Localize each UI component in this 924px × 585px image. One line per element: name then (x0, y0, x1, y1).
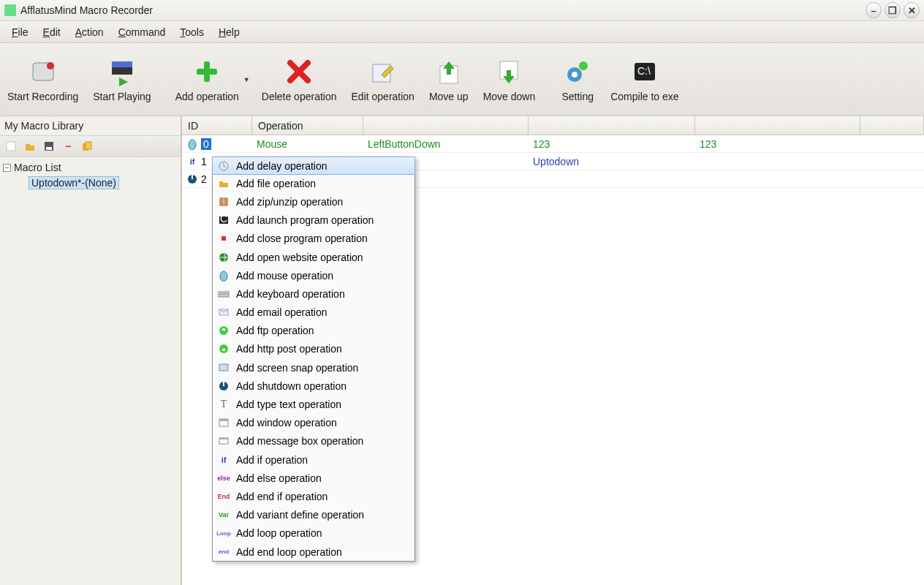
menu-item-label: Add keyboard operation (236, 288, 345, 300)
open-macro-button[interactable] (22, 138, 38, 154)
play-icon (107, 57, 137, 86)
menu-item-window[interactable]: Add window operation (213, 414, 414, 432)
menu-edit[interactable]: Edit (36, 24, 68, 40)
tree-root[interactable]: − Macro List (1, 160, 179, 175)
menu-file[interactable]: File (4, 24, 36, 40)
menu-item-label: Add delay operation (236, 160, 327, 172)
compile-label: Compile to exe (610, 91, 678, 102)
col-param1[interactable] (363, 116, 529, 135)
start-recording-button[interactable]: Start Recording (0, 43, 86, 116)
menu-item-label: Add email operation (236, 306, 327, 318)
menu-item-folder[interactable]: Add file operation (213, 174, 414, 192)
text-icon: T (217, 398, 230, 411)
menu-item-label: Add loop operation (236, 527, 322, 539)
save-macro-button[interactable] (41, 138, 57, 154)
menu-action[interactable]: Action (68, 24, 111, 40)
add-operation-button[interactable]: Add operation (168, 43, 246, 116)
folder-icon (217, 177, 230, 190)
add-operation-dropdown-icon[interactable]: ▼ (243, 76, 250, 83)
move-down-button[interactable]: Move down (476, 43, 543, 116)
svg-rect-26 (192, 175, 193, 179)
col-param4[interactable] (860, 116, 924, 135)
svg-rect-46 (219, 419, 228, 421)
edit-operation-button[interactable]: Edit operation (344, 43, 422, 116)
menu-item-msgbox[interactable]: Add message box operation (213, 432, 414, 450)
menu-item-label: Add message box operation (236, 435, 363, 447)
menu-item-delay[interactable]: Add delay operation (212, 156, 415, 175)
gear-icon (563, 57, 592, 86)
menu-command[interactable]: Command (111, 24, 173, 40)
svg-rect-23 (86, 142, 91, 149)
menu-item-label: Add window operation (236, 417, 337, 429)
menu-item-mouse[interactable]: Add mouse operation (213, 266, 414, 284)
menu-item-globe[interactable]: Add open website operation (213, 248, 414, 266)
menu-item-label: Add file operation (236, 178, 316, 189)
arrow-up-icon (434, 57, 463, 86)
loop-icon: Loop (217, 526, 230, 540)
menu-item-screen[interactable]: Add screen snap operation (213, 358, 414, 377)
macro-tree: − Macro List Uptodown*-(None) (0, 157, 181, 194)
svg-rect-21 (46, 147, 52, 150)
mouse-icon (186, 138, 198, 150)
menu-item-endif[interactable]: EndAdd end if operation (213, 487, 414, 505)
menu-item-ftp[interactable]: Add ftp operation (213, 322, 414, 340)
maximize-button[interactable]: ❐ (885, 2, 901, 18)
col-operation[interactable]: Operation (252, 116, 363, 135)
toolbar: Start Recording Start Playing Add operat… (0, 43, 924, 116)
svg-rect-6 (197, 69, 217, 75)
col-param2[interactable] (529, 116, 695, 135)
new-macro-button[interactable] (3, 138, 19, 154)
menu-item-if[interactable]: ifAdd if operation (213, 450, 414, 469)
col-id[interactable]: ID (182, 116, 252, 135)
col-param3[interactable] (695, 116, 860, 135)
menu-item-zip[interactable]: Add zip/unzip operation (213, 192, 414, 211)
delete-operation-button[interactable]: Delete operation (254, 43, 344, 116)
svg-point-1 (47, 62, 54, 69)
menu-item-label: Add variant define operation (236, 509, 364, 521)
menu-help[interactable]: Help (211, 24, 247, 40)
compile-button[interactable]: C:\ Compile to exe (603, 43, 686, 116)
svg-rect-44 (223, 382, 224, 386)
add-operation-menu: Add delay operationAdd file operationAdd… (212, 156, 415, 562)
close-icon (217, 232, 230, 245)
tree-item[interactable]: Uptodown*-(None) (1, 175, 179, 191)
menu-item-keyboard[interactable]: Add keyboard operation (213, 284, 414, 303)
svg-rect-32 (221, 236, 226, 241)
menu-item-var[interactable]: VarAdd variant define operation (213, 506, 414, 524)
mouse-icon (217, 269, 230, 282)
close-button[interactable]: ✕ (904, 2, 920, 18)
sidebar-toolbar: − (0, 135, 181, 157)
menu-item-label: Add end loop operation (236, 546, 342, 558)
delete-macro-button[interactable]: − (60, 138, 76, 154)
window-controls: – ❐ ✕ (866, 2, 920, 18)
else-icon: else (217, 472, 230, 485)
sidebar-title: My Macro Library (0, 116, 181, 135)
start-playing-button[interactable]: Start Playing (86, 43, 158, 116)
table-row[interactable]: 0MouseLeftButtonDown123123 (182, 135, 924, 153)
duplicate-macro-button[interactable] (79, 138, 95, 154)
menu-item-close[interactable]: Add close program operation (213, 230, 414, 248)
tree-root-label: Macro List (14, 162, 61, 173)
if-icon: if (217, 453, 230, 467)
menu-item-email[interactable]: Add email operation (213, 303, 414, 322)
terminal-icon: C:\ (630, 57, 659, 86)
collapse-icon[interactable]: − (3, 164, 11, 172)
menu-item-text[interactable]: TAdd type text operation (213, 395, 414, 413)
menu-item-launch[interactable]: C:Add launch program operation (213, 211, 414, 230)
menu-item-endloop[interactable]: endAdd end loop operation (213, 543, 414, 561)
keyboard-icon (217, 287, 230, 301)
menu-item-else[interactable]: elseAdd else operation (213, 469, 414, 487)
setting-button[interactable]: Setting (552, 43, 603, 116)
var-icon: Var (217, 508, 230, 521)
endloop-icon: end (217, 546, 230, 559)
menu-tools[interactable]: Tools (173, 24, 211, 40)
menu-item-shutdown[interactable]: Add shutdown operation (213, 377, 414, 395)
record-icon (29, 57, 58, 86)
plus-icon (192, 57, 221, 86)
menubar: FileEditActionCommandToolsHelp (0, 21, 924, 43)
minimize-button[interactable]: – (866, 2, 882, 18)
move-up-button[interactable]: Move up (422, 43, 476, 116)
menu-item-http[interactable]: Add http post operation (213, 340, 414, 358)
table-header: ID Operation (182, 116, 924, 135)
menu-item-loop[interactable]: LoopAdd loop operation (213, 524, 414, 543)
